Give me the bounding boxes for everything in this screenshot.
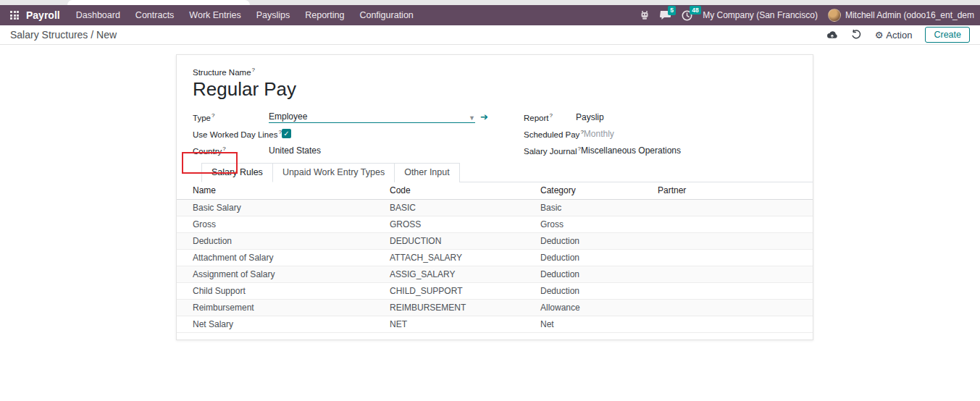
create-button[interactable]: Create bbox=[925, 27, 970, 43]
report-value[interactable]: Payslip bbox=[576, 112, 604, 122]
messages-icon[interactable]: 5 bbox=[660, 10, 671, 20]
apps-menu-icon[interactable] bbox=[10, 11, 19, 20]
field-worked-day-lines: Use Worked Day Lines? ✓ bbox=[193, 125, 508, 142]
field-report: Report? Payslip bbox=[524, 109, 681, 125]
topbar-menu-item[interactable]: Reporting bbox=[305, 10, 344, 20]
breadcrumb-root[interactable]: Salary Structures bbox=[10, 29, 88, 41]
top-strip bbox=[0, 0, 980, 5]
app-name-payroll[interactable]: Payroll bbox=[26, 9, 60, 21]
table-row[interactable]: ReimbursementREIMBURSEMENTAllowance bbox=[177, 300, 813, 316]
salary-journal-label: Salary Journal? bbox=[524, 145, 581, 156]
notebook-tab[interactable]: Other Input bbox=[395, 163, 460, 182]
notebook-tab[interactable]: Unpaid Work Entry Types bbox=[273, 163, 395, 182]
control-panel-actions: ⚙ Action Create bbox=[826, 27, 970, 43]
structure-name-label: Structure Name? bbox=[193, 67, 813, 77]
scheduled-pay-value[interactable]: Monthly bbox=[584, 129, 614, 139]
table-row[interactable]: Net SalaryNETNet bbox=[177, 316, 813, 333]
salary-journal-value[interactable]: Miscellaneous Operations bbox=[581, 145, 681, 156]
topbar-menu-item[interactable]: Work Entries bbox=[189, 10, 240, 20]
user-name: Mitchell Admin (odoo16_ent_dem bbox=[845, 10, 974, 20]
breadcrumb: Salary Structures / New bbox=[10, 29, 117, 41]
messages-count-badge: 5 bbox=[668, 6, 676, 15]
internal-link-arrow-icon[interactable]: ➔ bbox=[480, 112, 488, 122]
worked-day-lines-label: Use Worked Day Lines? bbox=[193, 129, 282, 139]
report-label: Report? bbox=[524, 112, 576, 122]
table-row[interactable]: Attachment of SalaryATTACH_SALARYDeducti… bbox=[177, 250, 813, 266]
table-row[interactable]: GrossGROSSGross bbox=[177, 216, 813, 233]
field-scheduled-pay: Scheduled Pay? Monthly bbox=[524, 125, 681, 142]
column-header-name[interactable]: Name bbox=[177, 182, 387, 200]
dropdown-caret-icon[interactable]: ▼ bbox=[469, 115, 475, 122]
field-country: Country? United States bbox=[193, 142, 508, 159]
help-question-mark: ? bbox=[252, 67, 255, 73]
company-switcher[interactable]: My Company (San Francisco) bbox=[703, 10, 818, 20]
topbar-menu-item[interactable]: Contracts bbox=[135, 10, 175, 20]
main-navbar: Payroll Dashboard Contracts Work Entries… bbox=[0, 5, 980, 25]
structure-name-value[interactable]: Regular Pay bbox=[193, 79, 813, 100]
activities-count-badge: 48 bbox=[690, 6, 700, 15]
topbar-menu-item[interactable]: Configuration bbox=[359, 10, 413, 20]
country-value[interactable]: United States bbox=[269, 145, 321, 156]
fields-grid: Type? Employee ▼ ➔ Use Worked Day Lines?… bbox=[193, 109, 813, 159]
save-cloud-icon[interactable] bbox=[826, 30, 838, 40]
robot-icon[interactable] bbox=[640, 10, 650, 20]
table-row[interactable]: Child SupportCHILD_SUPPORTDeduction bbox=[177, 283, 813, 300]
topbar-menu: Dashboard Contracts Work Entries Payslip… bbox=[76, 10, 429, 20]
notebook-tab-active[interactable]: Salary Rules bbox=[201, 163, 273, 182]
worked-day-lines-checkbox[interactable]: ✓ bbox=[282, 129, 291, 138]
user-avatar bbox=[828, 9, 841, 22]
breadcrumb-separator: / bbox=[88, 29, 96, 41]
salary-rules-table: Name Code Category Partner Basic SalaryB… bbox=[177, 182, 813, 333]
table-row[interactable]: Basic SalaryBASICBasic bbox=[177, 200, 813, 216]
field-salary-journal: Salary Journal? Miscellaneous Operations bbox=[524, 142, 681, 159]
topbar-menu-item[interactable]: Payslips bbox=[256, 10, 290, 20]
table-row[interactable]: Assignment of SalaryASSIG_SALARYDeductio… bbox=[177, 266, 813, 283]
user-menu[interactable]: Mitchell Admin (odoo16_ent_dem bbox=[828, 9, 974, 22]
control-panel: Salary Structures / New ⚙ Action Create bbox=[0, 25, 980, 45]
column-header-partner[interactable]: Partner bbox=[655, 182, 813, 200]
breadcrumb-current: New bbox=[96, 29, 117, 41]
type-input[interactable]: Employee ▼ bbox=[269, 111, 475, 123]
systray: 5 48 My Company (San Francisco) Mitchell… bbox=[640, 9, 974, 22]
gear-icon: ⚙ bbox=[875, 30, 884, 41]
form-view: Structure Name? Regular Pay Type? Employ… bbox=[0, 45, 980, 401]
action-menu-label: Action bbox=[886, 30, 912, 41]
discard-undo-icon[interactable] bbox=[851, 30, 862, 40]
column-header-category[interactable]: Category bbox=[537, 182, 655, 200]
table-row[interactable]: DeductionDEDUCTIONDeduction bbox=[177, 233, 813, 250]
country-label: Country? bbox=[193, 145, 269, 156]
activities-clock-icon[interactable]: 48 bbox=[682, 10, 692, 21]
notebook-tabs: Salary Rules Unpaid Work Entry Types Oth… bbox=[201, 163, 813, 182]
table-header-row: Name Code Category Partner bbox=[177, 182, 813, 200]
topbar-menu-item[interactable]: Dashboard bbox=[76, 10, 120, 20]
scheduled-pay-label: Scheduled Pay? bbox=[524, 129, 584, 139]
field-type: Type? Employee ▼ ➔ bbox=[193, 109, 508, 125]
action-menu[interactable]: ⚙ Action bbox=[875, 30, 913, 41]
type-label: Type? bbox=[193, 112, 269, 122]
browser-tab-remnant bbox=[67, 0, 250, 5]
salary-structure-card: Structure Name? Regular Pay Type? Employ… bbox=[176, 54, 813, 340]
column-header-code[interactable]: Code bbox=[387, 182, 537, 200]
